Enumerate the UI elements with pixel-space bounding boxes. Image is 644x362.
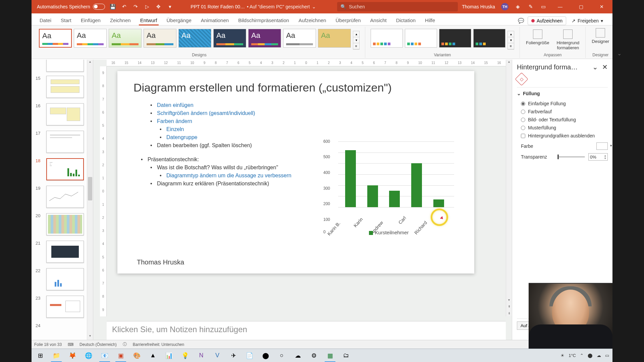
slide-canvas[interactable]: Diagramm erstellen und formatieren („cus…: [117, 71, 474, 274]
theme-thumb[interactable]: Aa: [144, 29, 176, 48]
theme-thumb[interactable]: Aa: [39, 29, 72, 48]
minimize-button[interactable]: —: [553, 0, 568, 13]
slide-thumb[interactable]: [46, 76, 84, 98]
file-explorer-icon[interactable]: 📁: [49, 349, 64, 362]
settings-icon[interactable]: ⚙: [307, 349, 321, 362]
qat-more-icon[interactable]: ▾: [167, 3, 173, 10]
theme-thumb[interactable]: Aa: [109, 29, 142, 48]
color-picker[interactable]: [596, 142, 608, 150]
hintergrund-formatieren-button[interactable]: Hintergrund formatieren: [554, 28, 582, 52]
tray-chevron-icon[interactable]: ⌃: [580, 353, 584, 358]
onenote-icon[interactable]: N: [194, 349, 209, 362]
status-accessibility[interactable]: Barrierefreiheit: Untersuchen: [133, 342, 184, 347]
variant-thumb[interactable]: [473, 29, 505, 48]
tab-entwurf[interactable]: Entwurf: [136, 15, 162, 25]
bar[interactable]: [345, 150, 356, 207]
transparency-slider[interactable]: [558, 156, 585, 158]
outlook-icon[interactable]: 📧: [97, 349, 112, 362]
slide-thumb[interactable]: [46, 213, 84, 235]
onedrive-icon[interactable]: ☁: [597, 353, 601, 358]
comments-icon[interactable]: 💬: [518, 18, 524, 24]
theme-gallery-scroll[interactable]: ▴▾≡: [353, 31, 360, 50]
transparency-input[interactable]: 0%▴▾: [588, 153, 608, 161]
tab-start[interactable]: Start: [56, 15, 76, 25]
slide-thumb[interactable]: [46, 131, 84, 153]
app-icon[interactable]: 💡: [178, 349, 193, 362]
record-button[interactable]: Aufzeichnen: [528, 16, 566, 25]
bar[interactable]: [411, 163, 422, 207]
app-icon[interactable]: 🗂: [339, 349, 354, 362]
undo-icon[interactable]: ↶: [121, 3, 128, 10]
fill-solid-option[interactable]: Einfarbige Füllung: [517, 100, 608, 108]
avatar[interactable]: TH: [501, 3, 508, 10]
designer-button[interactable]: Designer: [589, 27, 612, 45]
close-button[interactable]: ✕: [594, 0, 609, 13]
foliengroesse-button[interactable]: Foliengröße: [523, 28, 552, 52]
slide-thumb[interactable]: [46, 60, 84, 72]
maximize-button[interactable]: ▢: [574, 0, 588, 13]
start-menu-icon[interactable]: ⊞: [33, 349, 48, 362]
user-name[interactable]: Thomas Hruska: [462, 4, 495, 9]
slide-thumb[interactable]: [46, 186, 84, 208]
bar[interactable]: [389, 191, 400, 207]
bar[interactable]: [367, 185, 378, 207]
theme-thumb[interactable]: Aa: [213, 29, 246, 48]
variant-thumb[interactable]: [405, 29, 437, 48]
toggle-switch-icon[interactable]: [93, 4, 105, 10]
editor-scrollbar[interactable]: ▴ ▾⇞⇟: [506, 60, 512, 316]
firefox-icon[interactable]: 🦊: [65, 349, 80, 362]
app-icon[interactable]: 📄: [242, 349, 257, 362]
tab-hilfe[interactable]: Hilfe: [420, 15, 440, 25]
tab-animationen[interactable]: Animationen: [196, 15, 233, 25]
keyboard-icon[interactable]: ⌨: [68, 342, 73, 347]
status-slide-count[interactable]: Folie 18 von 33: [34, 342, 62, 347]
weather-temp[interactable]: 1°C: [569, 353, 576, 358]
tab-dictation[interactable]: Dictation: [391, 15, 420, 25]
theme-thumb[interactable]: Aa: [178, 29, 211, 48]
tab-aufzeichnen[interactable]: Aufzeichnen: [294, 15, 331, 25]
tab-datei[interactable]: Datei: [35, 15, 56, 25]
bar[interactable]: [433, 199, 444, 207]
fill-picture-option[interactable]: Bild- oder Texturfüllung: [517, 116, 608, 124]
touch-mode-icon[interactable]: ✥: [155, 3, 162, 10]
slide-body[interactable]: Daten einfügen Schriftgrößen ändern (ges…: [141, 101, 291, 188]
app-icon[interactable]: 🎨: [129, 349, 144, 362]
redo-icon[interactable]: ↷: [132, 3, 139, 10]
search-input[interactable]: 🔍 Suchen: [337, 2, 458, 11]
chrome-icon[interactable]: 🌐: [81, 349, 96, 362]
section-fuellung[interactable]: ⌄Füllung: [517, 91, 608, 96]
tab-uebergaenge[interactable]: Übergänge: [162, 15, 196, 25]
fill-pattern-option[interactable]: Musterfüllung: [517, 124, 608, 132]
slide-title[interactable]: Diagramm erstellen und formatieren („cus…: [133, 81, 392, 94]
tab-zeichnen[interactable]: Zeichnen: [105, 15, 136, 25]
pen-icon[interactable]: ✎: [527, 3, 534, 10]
app-icon[interactable]: V: [210, 349, 225, 362]
slide-thumb[interactable]: [46, 296, 84, 318]
powerpoint-icon[interactable]: ▣: [113, 349, 128, 362]
collapse-ribbon-icon[interactable]: ⌄: [615, 49, 624, 58]
fill-tab-icon[interactable]: ◇: [515, 72, 528, 86]
weather-icon[interactable]: ☀: [560, 353, 565, 358]
tray-icon[interactable]: ⬤: [588, 353, 593, 358]
variant-thumb[interactable]: [439, 29, 471, 48]
thumbnail-scrollbar[interactable]: ▴▾: [87, 60, 93, 340]
excel-icon[interactable]: ▦: [323, 349, 337, 362]
fill-gradient-option[interactable]: Farbverlauf: [517, 108, 608, 116]
app-icon[interactable]: 📊: [162, 349, 176, 362]
slide-thumb-selected[interactable]: ━━━━━━━━━: [46, 158, 84, 180]
notes-input[interactable]: Klicken Sie, um Notizen hinzuzufügen: [107, 321, 506, 340]
share-button[interactable]: ↗Freigeben▾: [570, 17, 606, 25]
tab-bildschirm[interactable]: Bildschirmpräsentation: [233, 15, 294, 25]
theme-thumb[interactable]: Aa: [74, 29, 107, 48]
save-icon[interactable]: 💾: [110, 3, 116, 10]
from-beginning-icon[interactable]: ▷: [144, 3, 151, 10]
battery-icon[interactable]: ▭: [605, 353, 609, 358]
autosave-toggle[interactable]: Automatisches Speichern: [37, 4, 105, 10]
slide-thumb[interactable]: [46, 241, 84, 263]
tab-ueberpruefen[interactable]: Überprüfen: [331, 15, 365, 25]
theme-thumb[interactable]: Aa: [283, 29, 316, 48]
pane-close-icon[interactable]: ✕: [602, 63, 608, 71]
app-icon[interactable]: ☁: [290, 349, 305, 362]
vlc-icon[interactable]: ▲: [146, 349, 160, 362]
app-icon[interactable]: ○: [274, 349, 289, 362]
